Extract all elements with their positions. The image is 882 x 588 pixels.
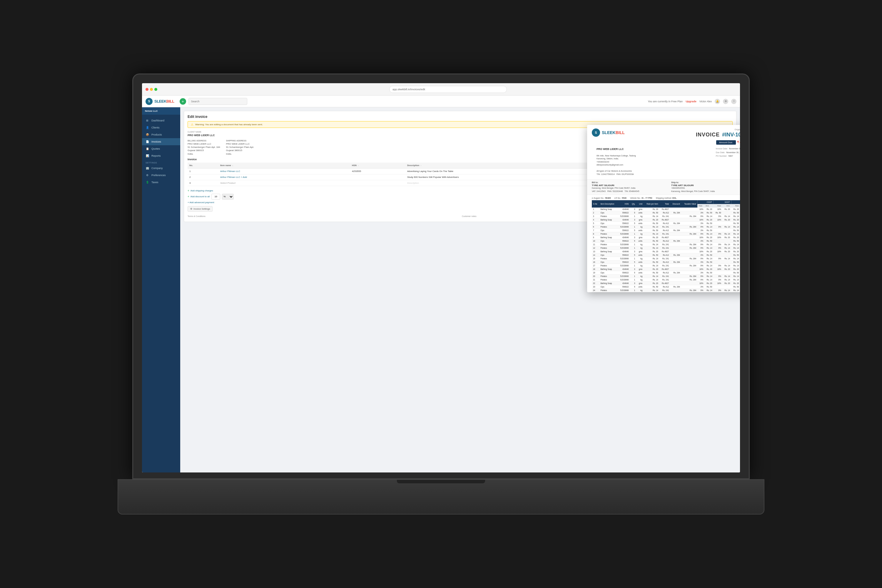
th-rate: Rate per Item [644, 200, 660, 208]
cell-sno: 22 [592, 282, 599, 285]
cell-unit: units [636, 239, 644, 243]
cell-sgst-rate: 9% [713, 246, 722, 250]
cell-sgst-amt: Rs. 14 [722, 289, 731, 292]
cell-hsn: 434646 [618, 236, 630, 239]
cell-unit: units [636, 229, 644, 232]
cell-total: Rs. 241 [660, 289, 670, 292]
preview-table-row: 17 Potatos 51533666 1 kg Rs. 14 Rs. 241 … [592, 264, 740, 267]
minimize-dot[interactable] [150, 88, 153, 91]
settings-icon[interactable]: ⚙ [723, 99, 728, 104]
cell-unit: units [636, 261, 644, 264]
notification-icon[interactable]: 🔔 [715, 99, 720, 104]
help-icon[interactable]: ? [731, 99, 736, 104]
cell-sgst-rate: 9% [713, 274, 722, 278]
row2-item[interactable]: Arthur Pittman LLC + Add [219, 174, 350, 180]
close-dot[interactable] [146, 88, 148, 91]
add-button[interactable]: + [180, 98, 186, 105]
plus-icon: + [188, 189, 189, 192]
cell-hsn: 434646 [618, 267, 630, 271]
billing-address-block: BILLING ADDRESS PRO WEB LIDER LLC91 Scha… [188, 140, 220, 156]
discount-type-select[interactable]: % ₹ [222, 194, 234, 200]
cell-rate: Rs. 14 [644, 243, 660, 246]
sidebar-item-preferences[interactable]: ⚙ Preferences [142, 172, 180, 179]
cell-cgst-amt: Rs. 20 [704, 236, 713, 239]
col-item-name[interactable]: Item name ↕ [219, 163, 350, 168]
cell-unit: units [636, 285, 644, 289]
browser-dots [146, 88, 157, 91]
sidebar-item-taxes[interactable]: 💲 Taxes [142, 179, 180, 186]
cell-sgst-amt [722, 261, 731, 264]
cell-sgst-rate: Rs. 50 [713, 211, 722, 214]
search-input[interactable] [189, 98, 247, 105]
reports-icon: 📊 [146, 154, 149, 158]
cell-discount [670, 274, 681, 278]
cell-sno: 7 [592, 229, 599, 232]
upgrade-link[interactable]: Upgrade [686, 100, 696, 103]
add-discount-link[interactable]: + Add discount to all [188, 195, 210, 198]
cell-total: Rs.412 [660, 271, 670, 274]
cell-qty: 1 [630, 225, 636, 229]
row3-no: 3 [188, 180, 219, 186]
cell-sno: 3 [592, 214, 599, 218]
cell-hsn: 51533666 [618, 289, 630, 292]
cell-discount [670, 232, 681, 236]
cell-sno: 1 [592, 208, 599, 211]
cell-total: Rs.412 [660, 229, 670, 232]
cell-sgst-rate: 9% [713, 214, 722, 218]
shipping-address-block: SHIPPING ADDRESS PRO WEB LIDER LLC91 Sch… [226, 140, 254, 156]
row1-item[interactable]: Arthur Pittman LLC [219, 168, 350, 174]
cell-sgst-amt: Rs. 14 [722, 225, 731, 229]
cell-sno: 24 [592, 289, 599, 292]
cell-sno: 5 [592, 222, 599, 225]
preview-table-row: 5 Cips 556622 5 units Rs. 50 Rs.412 Rs. … [592, 222, 740, 225]
cell-hsn: 556622 [618, 222, 630, 225]
cell-cgst-rate: 3% [698, 222, 704, 225]
col-hsn[interactable]: HSN ↕ [350, 163, 405, 168]
cell-discount: Rs. 264 [670, 239, 681, 243]
cell-qty: 5 [630, 222, 636, 225]
cell-sgst-amt [722, 239, 731, 243]
cell-item: Cips [599, 211, 617, 214]
cell-hsn: 51533666 [618, 232, 630, 236]
cell-cgst-amt: Rs. 50 [704, 271, 713, 274]
preview-table-row: 14 Cips 556622 5 units Rs. 50 Rs.412 Rs.… [592, 254, 740, 257]
preview-bill-ship: Bill to: TYRE ART SILIGURI Karseong, Wes… [587, 179, 740, 195]
cell-total: Rs.4827 [660, 267, 670, 271]
cell-cgst-rate: 3% [698, 211, 704, 214]
sidebar-client-header: Netzee LLC [142, 107, 180, 115]
row3-item[interactable]: Select Product [219, 180, 350, 186]
sidebar-item-company[interactable]: 🏢 Company [142, 165, 180, 172]
cell-igst-rate: Rs. 14 [731, 225, 740, 229]
discount-value-input[interactable] [212, 194, 220, 200]
cell-total: Rs. 241 [660, 278, 670, 282]
sidebar-item-dashboard[interactable]: ⊞ Dashboard [142, 117, 180, 124]
cell-total: Rs.4827 [660, 218, 670, 222]
cell-sgst-rate: 18% [713, 267, 722, 271]
sidebar-item-clients[interactable]: 👤 Clients [142, 124, 180, 131]
cell-rate: Rs. 20 [644, 282, 660, 285]
cell-hsn: 51533666 [618, 264, 630, 267]
products-icon: 📦 [146, 133, 149, 136]
maximize-dot[interactable] [154, 88, 157, 91]
sidebar-item-products[interactable]: 📦 Products [142, 131, 180, 138]
sidebar-item-invoices[interactable]: 📄 Invoices [142, 138, 180, 145]
preview-invoice-table: S.No Item Description HSN Qty. Unit Rate… [592, 200, 740, 292]
cell-total: Rs.4827 [660, 236, 670, 239]
cell-hsn: 434646 [618, 250, 630, 254]
invoice-settings-button[interactable]: ⚙ Invoice Settings [188, 206, 213, 212]
cell-discount [670, 243, 681, 246]
cell-sgst-amt: Rs. 14 [722, 264, 731, 267]
warning-icon: ⚠ [191, 123, 194, 126]
sidebar-item-reports[interactable]: 📊 Reports [142, 152, 180, 159]
preview-amount-value: ₹ 4,987 [737, 141, 740, 144]
cell-item: Potatos [599, 214, 617, 218]
url-bar[interactable]: app.sleekbill.in/invoices/edit [389, 86, 507, 93]
cell-rate: Rs. 20 [644, 267, 660, 271]
cell-sgst-amt: Rs. 14 [722, 278, 731, 282]
cell-cgst-amt: Rs. 50 [704, 285, 713, 289]
shipping-method-label: Shipping method: DHL [656, 197, 676, 199]
cell-unit: units [636, 222, 644, 225]
cell-sgst-amt [722, 222, 731, 225]
sidebar-item-quotes[interactable]: 📋 Quotes [142, 145, 180, 152]
preview-table-row: 16 Cips 556622 5 units Rs. 50 Rs.412 Rs.… [592, 261, 740, 264]
